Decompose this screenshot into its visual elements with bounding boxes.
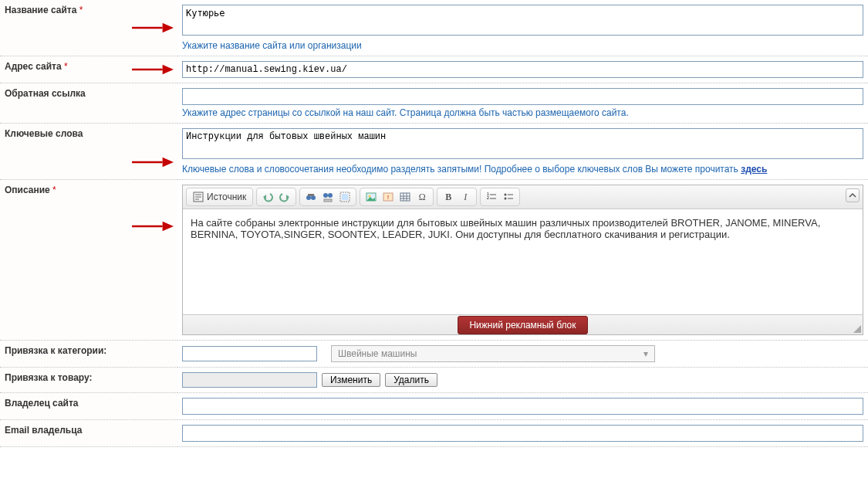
svg-point-30 [505,198,507,200]
site-url-input[interactable] [182,61,863,78]
site-name-input[interactable] [182,5,863,36]
pointer-arrow-icon [131,219,174,233]
svg-text:2: 2 [487,195,489,200]
svg-rect-10 [308,194,314,196]
flash-icon: f [383,192,393,202]
undo-button[interactable] [260,189,275,205]
owner-input[interactable] [182,398,863,415]
svg-point-29 [505,194,507,196]
product-input[interactable] [182,372,317,388]
ul-icon [503,192,514,202]
resize-grip[interactable] [853,325,861,333]
label-site-name: Название сайта * [0,0,177,56]
category-code-input[interactable] [182,346,317,361]
svg-rect-15 [342,194,348,200]
chevron-down-icon: ▾ [643,348,648,359]
pointer-arrow-icon [131,21,174,35]
table-icon [400,192,410,202]
italic-button[interactable]: I [458,189,473,205]
source-icon [193,192,204,202]
bold-button[interactable]: B [441,189,456,205]
label-site-url: Адрес сайта * [0,56,177,83]
label-description: Описание * [0,180,177,341]
find-replace-icon [323,192,333,202]
svg-rect-20 [400,193,410,201]
site-form: Название сайта * Укажите название сайта … [0,0,868,447]
specialchar-button[interactable]: Ω [414,189,430,205]
label-owner: Владелец сайта [0,393,177,420]
backlink-hint: Укажите адрес страницы со ссылкой на наш… [182,107,863,118]
replace-button[interactable] [320,189,336,205]
flash-button[interactable]: f [380,189,396,205]
label-backlink: Обратная ссылка [0,83,177,124]
find-button[interactable] [303,189,319,205]
binoculars-icon [306,192,316,202]
bulleted-list-button[interactable] [501,189,516,205]
delete-button[interactable]: Удалить [385,373,437,387]
table-button[interactable] [397,189,413,205]
owner-email-input[interactable] [182,425,863,442]
keywords-hint: Ключевые слова и словосочетания необходи… [182,164,863,175]
pointer-arrow-icon [131,155,174,169]
rich-text-editor: Источник f Ω [182,185,863,335]
editor-footer: Нижний рекламный блок [183,314,863,334]
change-button[interactable]: Изменить [322,373,380,387]
pointer-arrow-icon [131,63,174,76]
site-name-hint: Укажите название сайта или организации [182,40,863,51]
editor-toolbar: Источник f Ω [183,185,863,209]
label-keywords: Ключевые слова [0,124,177,180]
category-select[interactable]: Швейные машины ▾ [331,345,655,362]
category-selected-label: Швейные машины [338,348,417,359]
chevron-up-icon [849,192,856,199]
svg-point-12 [328,193,333,198]
expand-button[interactable] [846,188,860,202]
backlink-input[interactable] [182,88,863,105]
numbered-list-button[interactable]: 12 [484,189,499,205]
label-product: Привязка к товару: [0,368,177,393]
bottom-ad-block-button[interactable]: Нижний рекламный блок [458,316,587,334]
keywords-help-link[interactable]: здесь [741,164,767,175]
description-editor-body[interactable]: На сайте собраны электронные инструкции … [183,209,863,314]
svg-point-11 [323,193,328,198]
ol-icon: 12 [486,192,497,202]
image-button[interactable] [363,189,379,205]
image-icon [366,192,377,202]
select-all-icon [339,192,350,202]
label-owner-email: Email владельца [0,420,177,447]
svg-rect-13 [324,199,332,202]
undo-icon [262,192,273,202]
redo-button[interactable] [277,189,292,205]
omega-icon: Ω [419,192,426,203]
label-category: Привязка к категории: [0,341,177,368]
svg-text:f: f [387,195,389,200]
keywords-input[interactable] [182,128,863,159]
selectall-button[interactable] [337,189,353,205]
redo-icon [279,192,290,202]
source-button[interactable]: Источник [190,189,249,205]
